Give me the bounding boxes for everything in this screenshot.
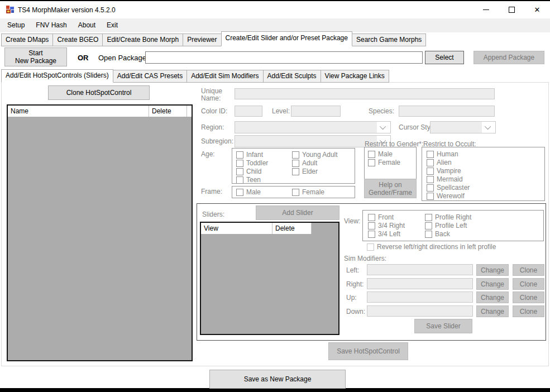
- tab-create-dmaps[interactable]: Create DMaps: [1, 34, 53, 46]
- select-button-label: Select: [435, 54, 453, 61]
- modifier-up-clone-button[interactable]: Clone: [513, 291, 544, 303]
- menu-item-exit[interactable]: Exit: [101, 18, 123, 32]
- save-slider-button[interactable]: Save Slider: [414, 319, 472, 333]
- tab-previewer[interactable]: Previewer: [183, 34, 221, 46]
- checkbox-young-adult[interactable]: Young Adult: [292, 151, 338, 159]
- sliders-list-col-view[interactable]: View: [201, 223, 272, 234]
- subtab-hotspotcontrols[interactable]: Add/Edit HotSpotControls (Sliders): [1, 69, 113, 83]
- checkbox-label: Elder: [302, 168, 318, 175]
- checkbox-reverse-left-right[interactable]: Reverse left/right directions in left pr…: [367, 243, 496, 251]
- open-package-input[interactable]: [145, 51, 423, 64]
- maximize-button[interactable]: [499, 1, 524, 18]
- checkbox-label: Mermaid: [437, 175, 463, 183]
- checkbox-box: [368, 151, 375, 158]
- subtab-sim-modifiers[interactable]: Add/Edit Sim Modifiers: [186, 70, 263, 83]
- modifier-right-change-button[interactable]: Change: [476, 278, 509, 290]
- modifier-left-field[interactable]: [367, 264, 473, 275]
- select-button[interactable]: Select: [425, 51, 464, 64]
- sim-modifiers-label: Sim Modifiers:: [344, 255, 386, 262]
- close-button[interactable]: ✕: [524, 1, 550, 18]
- checkbox-label: Werewolf: [437, 192, 465, 200]
- checkbox-adult[interactable]: Adult: [292, 159, 317, 167]
- subtab-view-package-links[interactable]: View Package Links: [321, 70, 389, 83]
- checkbox-view-profile-right[interactable]: Profile Right: [425, 213, 471, 221]
- tab-edit-create-bone-morph[interactable]: Edit/Create Bone Morph: [102, 34, 183, 46]
- checkbox-frame-male[interactable]: Male: [236, 188, 261, 196]
- checkbox-label: Adult: [302, 159, 317, 167]
- modifier-down-clone-button[interactable]: Clone: [513, 305, 544, 317]
- menu-item-fnv-hash[interactable]: FNV Hash: [30, 18, 72, 32]
- checkbox-view-front[interactable]: Front: [368, 213, 394, 221]
- checkbox-label: Female: [302, 188, 324, 196]
- clone-label: Clone: [520, 294, 537, 302]
- checkbox-spellcaster[interactable]: Spellcaster: [427, 184, 470, 192]
- sub-tab-strip: Add/Edit HotSpotControls (Sliders) Add/E…: [0, 70, 550, 83]
- modifier-right-clone-button[interactable]: Clone: [513, 278, 544, 290]
- modifier-up-field[interactable]: [367, 291, 473, 303]
- modifier-left-clone-button[interactable]: Clone: [513, 264, 544, 276]
- menu-item-setup[interactable]: Setup: [2, 18, 30, 32]
- checkbox-label: 3/4 Right: [378, 222, 405, 230]
- checkbox-gender-male[interactable]: Male: [368, 150, 393, 158]
- checkbox-human[interactable]: Human: [427, 150, 458, 158]
- checkbox-label: Infant: [246, 151, 263, 159]
- checkbox-vampire[interactable]: Vampire: [427, 167, 461, 175]
- checkbox-view-34-left[interactable]: 3/4 Left: [368, 230, 400, 238]
- tab-search-game-morphs[interactable]: Search Game Morphs: [352, 34, 426, 46]
- level-field[interactable]: [291, 106, 341, 117]
- add-slider-button[interactable]: Add Slider: [256, 205, 339, 220]
- save-hotspotcontrol-button[interactable]: Save HotSpotControl: [328, 342, 408, 360]
- start-new-package-button[interactable]: Start New Package: [4, 47, 67, 66]
- help-gender-frame-button[interactable]: Help on Gender/Frame: [364, 179, 417, 198]
- subtab-cas-presets[interactable]: Add/Edit CAS Presets: [113, 70, 187, 83]
- modifier-up-change-button[interactable]: Change: [476, 291, 509, 303]
- checkbox-box: [236, 176, 243, 184]
- subtab-sculpts[interactable]: Add/Edit Sculpts: [263, 70, 321, 83]
- hotspot-list[interactable]: Name Delete: [7, 104, 193, 361]
- close-icon: ✕: [534, 6, 541, 13]
- sliders-list[interactable]: View Delete: [200, 222, 339, 335]
- checkbox-gender-female[interactable]: Female: [368, 159, 400, 166]
- species-field[interactable]: [399, 106, 495, 117]
- checkbox-view-34-right[interactable]: 3/4 Right: [368, 222, 405, 230]
- modifier-left-change-button[interactable]: Change: [476, 264, 509, 276]
- checkbox-view-back[interactable]: Back: [425, 230, 450, 238]
- append-package-button[interactable]: Append Package: [474, 51, 544, 64]
- occult-groupbox: Human Alien Vampire Mermaid Spellcaster …: [422, 147, 545, 201]
- checkbox-werewolf[interactable]: Werewolf: [427, 192, 465, 200]
- region-dropdown-arrow: [377, 122, 390, 133]
- checkbox-view-profile-left[interactable]: Profile Left: [425, 222, 467, 230]
- checkbox-label: Vampire: [437, 167, 461, 175]
- checkbox-infant[interactable]: Infant: [236, 151, 263, 159]
- minimize-button[interactable]: [473, 1, 499, 18]
- modifier-right-field[interactable]: [367, 278, 473, 289]
- region-value: [235, 122, 377, 133]
- region-dropdown[interactable]: [235, 121, 391, 133]
- tab-create-bgeo[interactable]: Create BGEO: [52, 34, 103, 46]
- modifier-down-field[interactable]: [367, 305, 473, 317]
- checkbox-teen[interactable]: Teen: [236, 176, 261, 184]
- hotspot-list-col-delete[interactable]: Delete: [149, 106, 187, 117]
- color-id-field[interactable]: [235, 106, 262, 117]
- checkbox-frame-female[interactable]: Female: [292, 188, 324, 196]
- sliders-list-col-delete[interactable]: Delete: [272, 223, 312, 234]
- checkbox-mermaid[interactable]: Mermaid: [427, 175, 463, 183]
- tab-create-edit-slider-preset-package[interactable]: Create/Edit Slider and/or Preset Package: [221, 31, 352, 46]
- menu-item-about[interactable]: About: [73, 18, 101, 32]
- hotspot-list-col-name[interactable]: Name: [8, 106, 149, 117]
- clone-label: Clone: [520, 308, 537, 315]
- checkbox-toddler[interactable]: Toddler: [236, 159, 268, 167]
- checkbox-label: Male: [378, 150, 393, 158]
- clone-hotspotcontrol-button[interactable]: Clone HotSpotControl: [48, 85, 150, 100]
- checkbox-alien[interactable]: Alien: [427, 159, 452, 166]
- checkbox-box: [236, 189, 243, 196]
- modifier-down-change-button[interactable]: Change: [476, 305, 509, 317]
- app-icon: [6, 5, 15, 14]
- unique-name-field[interactable]: [235, 88, 495, 99]
- checkbox-label: Alien: [437, 159, 452, 166]
- cursor-style-dropdown[interactable]: [430, 121, 496, 133]
- checkbox-label: Young Adult: [302, 151, 338, 159]
- checkbox-elder[interactable]: Elder: [292, 168, 318, 175]
- save-as-new-package-button[interactable]: Save as New Package: [209, 370, 346, 389]
- checkbox-child[interactable]: Child: [236, 168, 261, 175]
